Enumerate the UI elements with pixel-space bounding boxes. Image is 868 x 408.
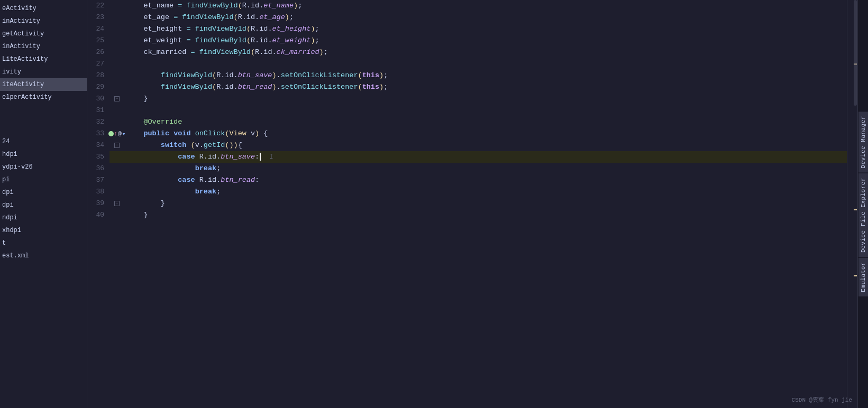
sidebar-item-eActivity[interactable]: eActivity — [0, 2, 87, 15]
line-content-37[interactable]: case R.id.btn_read: — [124, 174, 847, 186]
gutter-38 — [109, 186, 124, 198]
line-num-24: 24 — [87, 23, 109, 35]
gutter-40 — [109, 209, 124, 221]
sidebar-item-getActivity[interactable]: getActivity — [0, 27, 87, 40]
green-circle-icon — [108, 131, 114, 136]
code-line-24: 24 et_height = findViewByld(R.id.et_heig… — [87, 23, 847, 35]
line-content-23[interactable]: et_age = findViewByld(R.id.et_age); — [124, 12, 847, 23]
sidebar-item-xhdpi[interactable]: xhdpi — [0, 224, 87, 237]
line-content-25[interactable]: et_weight = findViewByld(R.id.et_weight)… — [124, 35, 847, 47]
watermark: CSDN @雲葉 fyn jie — [792, 396, 852, 404]
code-line-25: 25 et_weight = findViewByld(R.id.et_weig… — [87, 35, 847, 47]
sidebar-item-inActivity2[interactable]: inActivity — [0, 40, 87, 53]
gutter-36 — [109, 163, 124, 174]
fold-icon-30[interactable]: − — [114, 96, 120, 101]
device-file-explorer-vertical-tab[interactable]: Device File Explorer — [858, 173, 868, 257]
gutter-22 — [109, 0, 124, 12]
gutter-26 — [109, 47, 124, 58]
line-content-34[interactable]: switch (v.getId()){ — [124, 140, 847, 151]
right-scroll-panel — [847, 0, 857, 408]
line-num-40: 40 — [87, 209, 109, 221]
gutter-35 — [109, 151, 124, 163]
code-line-26: 26 ck_married = findViewByld(R.id.ck_mar… — [87, 47, 847, 58]
line-content-39[interactable]: } — [124, 198, 847, 209]
code-line-34: 34 − switch (v.getId()){ — [87, 140, 847, 151]
line-content-32[interactable]: @Override — [124, 116, 847, 128]
line-content-31[interactable] — [124, 105, 847, 116]
line-num-28: 28 — [87, 70, 109, 81]
sidebar-item-estxml[interactable]: est.xml — [0, 249, 87, 262]
code-line-28: 28 findViewByld(R.id.btn_save).setOnClic… — [87, 70, 847, 81]
code-line-27: 27 — [87, 58, 847, 70]
gutter-37 — [109, 174, 124, 186]
sidebar-item-elperActivity[interactable]: elperActivity — [0, 91, 87, 104]
device-tabs-container: Device Manager Device File Explorer Emul… — [857, 0, 868, 408]
gutter-34: − — [109, 140, 124, 151]
fold-icon-34[interactable]: − — [114, 143, 120, 148]
line-num-37: 37 — [87, 174, 109, 186]
gutter-33: ↑ @ ▾ — [109, 128, 124, 140]
code-area: 22 et_name = findViewByld(R.id.et_name);… — [87, 0, 847, 408]
at-sign-icon: @ — [118, 131, 122, 137]
gutter-28 — [109, 70, 124, 81]
sidebar-item-pi[interactable]: pi — [0, 173, 87, 186]
line-num-35: 35 — [87, 151, 109, 163]
sidebar-item-t[interactable]: t — [0, 237, 87, 249]
code-line-30: 30 − } — [87, 93, 847, 105]
sidebar-item-ivity[interactable]: ivity — [0, 66, 87, 78]
gutter-39: − — [109, 198, 124, 209]
line-content-29[interactable]: findViewByld(R.id.btn_read).setOnClickLi… — [124, 81, 847, 93]
code-line-36: 36 break; — [87, 163, 847, 174]
line-content-40[interactable]: } — [124, 209, 847, 221]
sidebar-item-24[interactable]: 24 — [0, 135, 87, 148]
line-content-26[interactable]: ck_married = findViewByld(R.id.ck_marrie… — [124, 47, 847, 58]
emulator-vertical-tab[interactable]: Emulator — [858, 258, 868, 296]
gutter-24 — [109, 23, 124, 35]
code-line-39: 39 − } — [87, 198, 847, 209]
gutter-icons-33: ↑ @ ▾ — [108, 131, 126, 137]
gutter-32 — [109, 116, 124, 128]
line-content-27[interactable] — [124, 58, 847, 70]
device-manager-vertical-tab[interactable]: Device Manager — [858, 112, 868, 172]
line-content-38[interactable]: break; — [124, 186, 847, 198]
line-content-24[interactable]: et_height = findViewByld(R.id.et_height)… — [124, 23, 847, 35]
scroll-marker-2 — [854, 209, 857, 210]
line-num-27: 27 — [87, 58, 109, 70]
scrollbar-thumb[interactable] — [854, 0, 857, 106]
code-line-37: 37 case R.id.btn_read: — [87, 174, 847, 186]
line-content-28[interactable]: findViewByld(R.id.btn_save).setOnClickLi… — [124, 70, 847, 81]
line-content-30[interactable]: } — [124, 93, 847, 105]
sidebar: eActivity inActivity getActivity inActiv… — [0, 0, 87, 408]
line-content-22[interactable]: et_name = findViewByld(R.id.et_name); — [124, 0, 847, 12]
sidebar-item-dpi[interactable]: dpi — [0, 186, 87, 199]
line-num-39: 39 — [87, 198, 109, 209]
line-num-26: 26 — [87, 47, 109, 58]
sidebar-item-LiteActivity[interactable]: LiteActivity — [0, 53, 87, 66]
fold-icon-39[interactable]: − — [114, 201, 120, 206]
code-line-32: 32 @Override — [87, 116, 847, 128]
line-content-35[interactable]: case R.id.btn_save: I — [124, 151, 847, 163]
sidebar-item-iteActivity[interactable]: iteActivity — [0, 78, 87, 91]
gutter-27 — [109, 58, 124, 70]
code-line-31: 31 — [87, 105, 847, 116]
up-arrow-icon: ↑ — [114, 131, 118, 137]
line-content-33[interactable]: public void onClick(View v) { — [124, 128, 847, 140]
code-line-22: 22 et_name = findViewByld(R.id.et_name); — [87, 0, 847, 12]
line-num-29: 29 — [87, 81, 109, 93]
line-content-36[interactable]: break; — [124, 163, 847, 174]
sidebar-item-dpi2[interactable]: dpi — [0, 199, 87, 211]
sidebar-item-hdpi[interactable]: hdpi — [0, 148, 87, 161]
line-num-31: 31 — [87, 105, 109, 116]
code-line-40: 40 } — [87, 209, 847, 221]
sidebar-item-ndpi[interactable]: ndpi — [0, 211, 87, 224]
line-num-36: 36 — [87, 163, 109, 174]
code-line-35: 35 case R.id.btn_save: I — [87, 151, 847, 163]
gutter-25 — [109, 35, 124, 47]
line-num-33: 33 — [87, 128, 109, 140]
line-num-22: 22 — [87, 0, 109, 12]
sidebar-item-ydpi-v26[interactable]: ydpi-v26 — [0, 161, 87, 173]
sidebar-item-inActivity[interactable]: inActivity — [0, 15, 87, 27]
code-line-38: 38 break; — [87, 186, 847, 198]
gutter-30: − — [109, 93, 124, 105]
code-line-33: 33 ↑ @ ▾ public void onClick(View v) { — [87, 128, 847, 140]
